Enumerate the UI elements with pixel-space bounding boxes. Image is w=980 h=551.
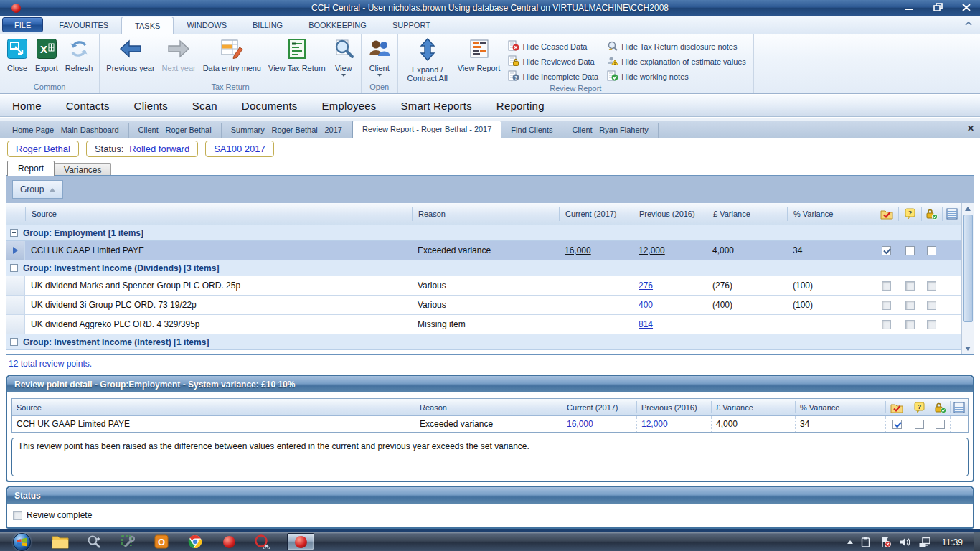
- doc-tab-summary[interactable]: Summary - Roger Bethal - 2017: [222, 123, 352, 138]
- row-selector[interactable]: [6, 296, 25, 314]
- reviewed-checkbox[interactable]: [882, 320, 891, 329]
- menu-tab-tasks[interactable]: TASKS: [121, 17, 174, 34]
- restore-button[interactable]: [931, 2, 944, 12]
- review-point-row[interactable]: UK dividend Marks and Spencer Group PLC …: [6, 276, 961, 296]
- previous-value-link[interactable]: 276: [639, 281, 653, 291]
- col-notes-icon[interactable]: [942, 207, 961, 221]
- tab-report[interactable]: Report: [7, 161, 55, 176]
- locked-checkbox[interactable]: [927, 246, 936, 255]
- hide-incomplete-data-button[interactable]: ? Hide Incomplete Data: [504, 69, 603, 84]
- close-button[interactable]: Close: [4, 36, 31, 72]
- current-value-link[interactable]: 16,000: [567, 419, 593, 429]
- col-percent-variance[interactable]: % Variance: [795, 401, 885, 413]
- scroll-up-arrow[interactable]: [963, 203, 974, 215]
- client-name-chip[interactable]: Roger Bethal: [7, 141, 79, 157]
- view-report-button[interactable]: View Report: [455, 36, 504, 72]
- nav-home[interactable]: Home: [0, 100, 54, 112]
- col-current[interactable]: Current (2017): [562, 401, 636, 413]
- col-locked-icon[interactable]: [921, 207, 942, 221]
- col-pound-variance[interactable]: £ Variance: [711, 401, 795, 413]
- nav-employees[interactable]: Employees: [310, 100, 389, 112]
- reviewed-checkbox[interactable]: [882, 246, 891, 255]
- nav-clients[interactable]: Clients: [122, 100, 180, 112]
- locked-checkbox[interactable]: [927, 320, 936, 329]
- review-point-row-selected[interactable]: CCH UK GAAP Limited PAYE Exceeded varian…: [6, 241, 961, 260]
- row-selector[interactable]: [6, 315, 25, 334]
- menu-tab-windows[interactable]: WINDOWS: [174, 16, 240, 34]
- app-red-sphere-icon[interactable]: [220, 532, 238, 551]
- view-button[interactable]: View: [330, 36, 357, 77]
- col-reason[interactable]: Reason: [412, 207, 559, 221]
- snipping-red-icon[interactable]: [253, 532, 272, 551]
- action-center-icon[interactable]: [860, 536, 872, 548]
- doc-tab-home-dashboard[interactable]: Home Page - Main Dashboard: [3, 123, 129, 138]
- expand-contract-all-button[interactable]: Expand / Contract All: [402, 36, 453, 83]
- reviewed-checkbox[interactable]: [882, 301, 891, 310]
- close-window-button[interactable]: [960, 2, 973, 12]
- col-current[interactable]: Current (2017): [559, 207, 633, 221]
- query-checkbox[interactable]: [915, 420, 924, 429]
- explorer-icon[interactable]: [51, 532, 70, 551]
- nav-documents[interactable]: Documents: [230, 100, 310, 112]
- col-query-icon[interactable]: ?: [898, 207, 921, 221]
- outlook-icon[interactable]: O: [152, 532, 171, 551]
- nav-reporting[interactable]: Reporting: [484, 100, 557, 112]
- menu-tab-file[interactable]: FILE: [2, 17, 43, 32]
- tax-return-chip[interactable]: SA100 2017: [205, 141, 274, 157]
- nav-smart-reports[interactable]: Smart Reports: [389, 100, 484, 112]
- status-chip[interactable]: Status: Rolled forward: [86, 141, 198, 157]
- client-button[interactable]: Client: [365, 36, 394, 77]
- col-previous[interactable]: Previous (2016): [636, 401, 711, 413]
- data-entry-menu-button[interactable]: Data entry menu: [200, 36, 264, 72]
- group-row-interest[interactable]: Group: Investment Income (Interest) [1 i…: [6, 334, 961, 350]
- menu-tab-bookkeeping[interactable]: BOOKKEEPING: [296, 16, 380, 34]
- query-checkbox[interactable]: [905, 281, 915, 291]
- search-icon[interactable]: [85, 532, 103, 551]
- hide-ceased-data-button[interactable]: Hide Ceased Data: [504, 39, 603, 54]
- reviewed-checkbox[interactable]: [892, 420, 902, 429]
- scroll-down-arrow[interactable]: [963, 343, 974, 354]
- close-tab-strip-icon[interactable]: ✕: [967, 123, 974, 133]
- col-reviewed-icon[interactable]: [875, 207, 898, 221]
- minimize-button[interactable]: [903, 2, 915, 12]
- tools-icon[interactable]: [118, 532, 137, 551]
- review-point-row[interactable]: UK dividend Aggreko PLC ORD. 4 329/395p …: [6, 315, 961, 334]
- chrome-icon[interactable]: [186, 532, 204, 551]
- flag-alert-icon[interactable]: [880, 536, 892, 548]
- review-complete-checkbox[interactable]: [13, 511, 22, 520]
- col-query-icon[interactable]: ?: [908, 401, 930, 413]
- menu-tab-billing[interactable]: BILLING: [240, 16, 296, 34]
- col-source[interactable]: Source: [12, 401, 415, 413]
- doc-tab-review-report[interactable]: Review Report - Roger Bethal - 2017: [352, 121, 501, 138]
- review-point-row[interactable]: UK dividend 3i Group PLC ORD. 73 19/22p …: [6, 296, 961, 315]
- col-source[interactable]: Source: [25, 207, 412, 221]
- previous-value-link[interactable]: 12,000: [641, 419, 668, 429]
- export-button[interactable]: X Export: [32, 36, 61, 72]
- previous-value-link[interactable]: 814: [639, 319, 653, 329]
- scrollbar-thumb[interactable]: [963, 215, 973, 322]
- previous-year-button[interactable]: Previous year: [103, 36, 157, 72]
- hidden-icons-arrow[interactable]: [847, 540, 853, 544]
- doc-tab-client-ryan-flaherty[interactable]: Client - Ryan Flaherty: [562, 123, 658, 138]
- hide-working-notes-button[interactable]: Hide working notes: [603, 69, 750, 84]
- group-row-dividends[interactable]: Group: Investment Income (Dividends) [3 …: [6, 260, 961, 276]
- collapse-group-icon[interactable]: [10, 338, 18, 346]
- hide-reviewed-data-button[interactable]: Hide Reviewed Data: [504, 54, 603, 69]
- col-notes-icon[interactable]: [950, 401, 968, 413]
- previous-value-link[interactable]: 12,000: [639, 245, 665, 255]
- menu-tab-support[interactable]: SUPPORT: [380, 16, 443, 34]
- menu-tab-favourites[interactable]: FAVOURITES: [46, 16, 121, 34]
- doc-tab-client-roger-bethal[interactable]: Client - Roger Bethal: [129, 123, 222, 138]
- view-tax-return-button[interactable]: View Tax Return: [265, 36, 329, 72]
- hide-disclosure-notes-button[interactable]: Hide Tax Return disclosure notes: [603, 39, 750, 54]
- current-value-link[interactable]: 16,000: [565, 245, 591, 255]
- nav-scan[interactable]: Scan: [180, 100, 230, 112]
- locked-checkbox[interactable]: [936, 420, 945, 429]
- locked-checkbox[interactable]: [927, 301, 936, 310]
- hide-estimate-values-button[interactable]: Hide explanation of estimate values: [603, 54, 750, 69]
- query-checkbox[interactable]: [905, 320, 915, 329]
- nav-contacts[interactable]: Contacts: [54, 100, 122, 112]
- refresh-button[interactable]: Refresh: [62, 36, 96, 72]
- show-desktop-button[interactable]: [974, 532, 980, 551]
- col-locked-icon[interactable]: [930, 401, 950, 413]
